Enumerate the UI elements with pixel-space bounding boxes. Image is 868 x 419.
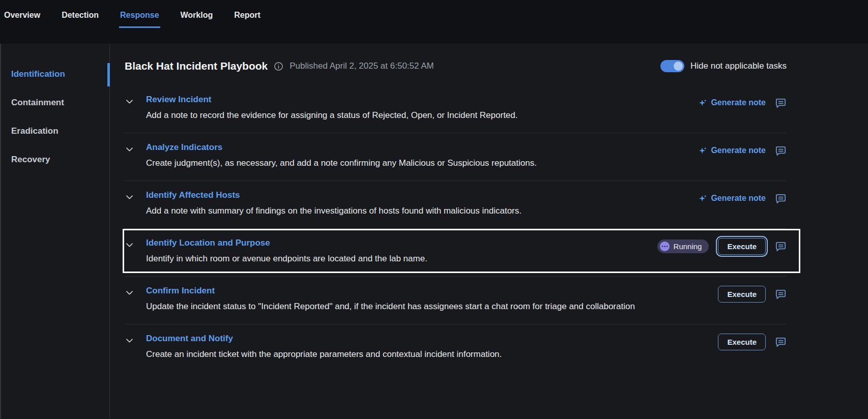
expand-chevron[interactable]: [125, 334, 146, 360]
comment-icon[interactable]: [775, 145, 787, 157]
running-status-badge: Running: [657, 240, 709, 253]
sidebar-item-label: Recovery: [11, 155, 50, 164]
task-row: Analyze Indicators Create judgment(s), a…: [125, 133, 787, 181]
generate-note-button[interactable]: Generate note: [699, 98, 766, 107]
task-title[interactable]: Identify Location and Purpose: [146, 238, 642, 248]
execute-button[interactable]: Execute: [718, 334, 766, 350]
generate-note-button[interactable]: Generate note: [699, 194, 766, 203]
task-title[interactable]: Review Incident: [146, 95, 683, 105]
task-row: Identify Affected Hosts Add a note with …: [125, 181, 787, 229]
comment-icon[interactable]: [775, 193, 787, 204]
running-label: Running: [674, 242, 702, 251]
execute-button[interactable]: Execute: [718, 286, 766, 303]
tab-overview[interactable]: Overview: [3, 0, 41, 28]
comment-icon[interactable]: [775, 97, 787, 109]
top-navigation: Overview Detection Response Worklog Repo…: [0, 0, 868, 44]
sparkle-icon: [699, 146, 707, 155]
playbook-header: Black Hat Incident Playbook Published Ap…: [125, 60, 787, 72]
sidebar-item-identification[interactable]: Identification: [1, 60, 109, 88]
sidebar-item-eradication[interactable]: Eradication: [1, 117, 109, 145]
expand-chevron[interactable]: [125, 190, 146, 216]
comment-icon[interactable]: [775, 288, 787, 300]
generate-note-label: Generate note: [711, 146, 766, 155]
published-timestamp: Published April 2, 2025 at 6:50:52 AM: [290, 61, 434, 71]
info-icon[interactable]: [274, 62, 283, 71]
sidebar-item-label: Identification: [11, 69, 65, 79]
toggle-knob: [674, 62, 683, 71]
tab-detection[interactable]: Detection: [61, 0, 100, 28]
tab-report[interactable]: Report: [233, 0, 262, 28]
task-description: Add a note to record the evidence for as…: [146, 110, 683, 121]
main-panel: Identification Containment Eradication R…: [0, 44, 868, 419]
expand-chevron[interactable]: [125, 238, 146, 264]
generate-note-button[interactable]: Generate note: [699, 146, 766, 155]
running-dots-icon: [660, 242, 670, 251]
task-title[interactable]: Identify Affected Hosts: [146, 190, 683, 200]
execute-button[interactable]: Execute: [718, 238, 766, 255]
comment-icon[interactable]: [775, 336, 787, 348]
task-description: Identify in which room or avenue endpoin…: [146, 254, 642, 264]
generate-note-label: Generate note: [711, 194, 766, 203]
comment-icon[interactable]: [775, 241, 787, 252]
task-row: Confirm Incident Update the incident sta…: [125, 277, 787, 324]
task-description: Create judgment(s), as necessary, and ad…: [146, 158, 683, 168]
playbook-content: Black Hat Incident Playbook Published Ap…: [110, 44, 868, 419]
phase-sidebar: Identification Containment Eradication R…: [1, 44, 110, 419]
task-row: Document and Notify Create an incident t…: [125, 324, 787, 372]
task-description: Create an incident ticket with the appro…: [146, 349, 703, 360]
task-description: Add a note with summary of findings on t…: [146, 206, 683, 216]
task-title[interactable]: Analyze Indicators: [146, 142, 683, 153]
task-title[interactable]: Confirm Incident: [146, 286, 703, 296]
expand-chevron[interactable]: [125, 142, 146, 168]
sidebar-item-label: Eradication: [11, 126, 59, 136]
sidebar-item-recovery[interactable]: Recovery: [1, 145, 109, 174]
sparkle-icon: [699, 194, 707, 203]
task-row: Review Incident Add a note to record the…: [125, 85, 787, 133]
tab-worklog[interactable]: Worklog: [180, 0, 214, 28]
sidebar-item-containment[interactable]: Containment: [1, 88, 109, 117]
expand-chevron[interactable]: [125, 286, 146, 312]
sidebar-item-label: Containment: [11, 98, 64, 107]
active-phase-indicator: [107, 63, 110, 86]
hide-tasks-toggle[interactable]: [660, 60, 684, 72]
toggle-label: Hide not applicable tasks: [690, 61, 787, 71]
tab-response[interactable]: Response: [119, 0, 160, 28]
generate-note-label: Generate note: [711, 98, 766, 107]
task-title[interactable]: Document and Notify: [146, 334, 703, 344]
sparkle-icon: [699, 99, 707, 107]
playbook-title: Black Hat Incident Playbook: [125, 60, 268, 72]
expand-chevron[interactable]: [125, 95, 146, 121]
task-row-highlighted: Identify Location and Purpose Identify i…: [125, 229, 787, 277]
task-description: Update the incident status to "Incident …: [146, 302, 703, 312]
